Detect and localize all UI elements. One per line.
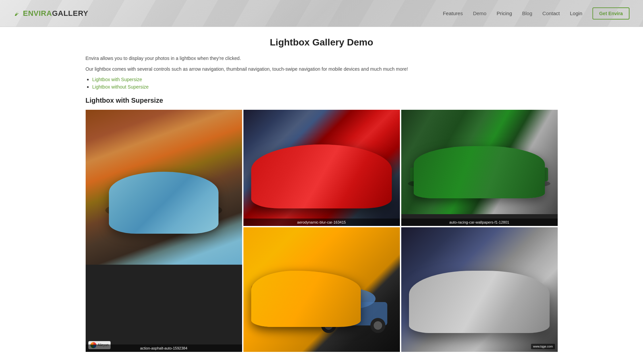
- svg-point-3: [125, 205, 144, 223]
- gallery-item[interactable]: www.tqge.com: [401, 227, 558, 352]
- svg-point-16: [408, 176, 551, 190]
- svg-point-24: [514, 171, 532, 190]
- nav-demo[interactable]: Demo: [473, 10, 487, 16]
- page-title: Lightbox Gallery Demo: [86, 37, 558, 48]
- svg-point-25: [518, 175, 529, 186]
- svg-point-4: [129, 208, 141, 220]
- svg-text:A4 ALPINE: A4 ALPINE: [155, 207, 177, 212]
- car-svg-1: A4 ALPINE: [101, 167, 226, 237]
- car-image-5: [401, 227, 558, 352]
- leaf-icon: [13, 10, 21, 17]
- svg-point-43: [432, 308, 453, 330]
- svg-point-6: [187, 208, 199, 220]
- svg-point-29: [260, 311, 275, 326]
- svg-rect-1: [114, 198, 214, 214]
- svg-point-23: [430, 175, 441, 186]
- tqge-text: www.tqge.com: [533, 345, 553, 348]
- svg-point-15: [350, 191, 363, 204]
- link-with-supersize[interactable]: Lightbox with Supersize: [92, 77, 142, 82]
- gallery-caption-2: aerodynamic-blur-car-163415: [243, 219, 400, 226]
- gallery-item[interactable]: [243, 227, 400, 352]
- car-svg-2: [251, 148, 392, 212]
- svg-point-36: [324, 321, 333, 330]
- svg-point-44: [436, 313, 449, 326]
- svg-rect-26: [251, 286, 326, 318]
- svg-rect-11: [277, 165, 366, 178]
- svg-point-22: [427, 171, 445, 190]
- main-content: Lightbox Gallery Demo Envira allows you …: [79, 27, 564, 364]
- get-envira-button[interactable]: Get Envira: [592, 7, 630, 20]
- gallery-caption-3: auto-racing-car-wallpapers-f1-12801: [401, 219, 558, 226]
- svg-point-30: [263, 314, 272, 323]
- gallery-caption-1: action-asphalt-auto-1592384: [86, 344, 242, 352]
- car-svg-4: [246, 265, 397, 339]
- main-nav: Features Demo Pricing Blog Contact Login…: [443, 7, 630, 20]
- link-without-supersize[interactable]: Lightbox without Supersize: [92, 84, 149, 90]
- site-header: ENVIRAGALLERY Features Demo Pricing Blog…: [0, 0, 643, 27]
- svg-point-45: [505, 308, 527, 330]
- svg-point-31: [304, 311, 320, 326]
- tqge-badge: www.tqge.com: [531, 344, 555, 349]
- section-title-supersize: Lightbox with Supersize: [86, 97, 558, 104]
- svg-point-10: [273, 159, 370, 187]
- svg-point-13: [280, 191, 293, 204]
- svg-point-35: [321, 318, 336, 333]
- logo-link[interactable]: ENVIRAGALLERY: [13, 9, 88, 18]
- logo-text: ENVIRAGALLERY: [23, 9, 88, 18]
- svg-point-41: [431, 282, 527, 307]
- svg-point-2: [122, 183, 205, 208]
- svg-point-0: [105, 200, 222, 221]
- svg-text:25: 25: [474, 168, 481, 175]
- intro-paragraph-1: Envira allows you to display your photos…: [86, 55, 558, 62]
- nav-pricing[interactable]: Pricing: [497, 10, 512, 16]
- svg-point-8: [256, 187, 387, 204]
- car-image-4: [243, 227, 400, 352]
- svg-point-39: [410, 308, 548, 325]
- svg-point-18: [433, 152, 489, 174]
- svg-rect-27: [251, 286, 265, 318]
- list-item: Lightbox without Supersize: [92, 84, 558, 90]
- svg-point-14: [346, 187, 368, 208]
- car-svg-3: 25: [406, 141, 553, 199]
- gallery-item[interactable]: aerodynamic-blur-car-163415: [243, 110, 400, 226]
- nav-blog[interactable]: Blog: [522, 10, 532, 16]
- logo-gallery: GALLERY: [52, 9, 88, 18]
- gallery-grid: A4 ALPINE Alieyun action-asphalt-auto-15…: [86, 110, 558, 352]
- gallery-item[interactable]: A4 ALPINE Alieyun action-asphalt-auto-15…: [86, 110, 242, 352]
- intro-paragraph-2: Our lightbox comes with several controls…: [86, 65, 558, 73]
- logo-envira: ENVIRA: [23, 9, 52, 18]
- svg-point-19: [457, 152, 474, 169]
- page-links-list: Lightbox with Supersize Lightbox without…: [86, 76, 558, 90]
- svg-point-38: [374, 321, 382, 330]
- nav-contact[interactable]: Contact: [543, 10, 560, 16]
- svg-point-12: [276, 187, 297, 208]
- svg-point-46: [509, 313, 522, 326]
- svg-rect-42: [431, 287, 527, 298]
- svg-rect-40: [415, 298, 544, 319]
- svg-point-32: [308, 314, 316, 323]
- nav-features[interactable]: Features: [443, 10, 463, 16]
- svg-rect-9: [260, 175, 383, 197]
- gallery-item[interactable]: 25 auto-racing-car-wallpapers-f1-12801: [401, 110, 558, 226]
- list-item: Lightbox with Supersize: [92, 76, 558, 82]
- car-image-1: A4 ALPINE: [86, 110, 242, 265]
- car-image-3: 25: [401, 110, 558, 214]
- car-svg-5: [406, 265, 553, 337]
- svg-rect-17: [410, 167, 548, 181]
- svg-point-34: [324, 288, 375, 309]
- nav-login[interactable]: Login: [570, 10, 582, 16]
- svg-rect-28: [256, 290, 265, 302]
- svg-rect-20: [472, 166, 489, 175]
- svg-point-5: [184, 205, 202, 223]
- car-image-2: [243, 110, 400, 226]
